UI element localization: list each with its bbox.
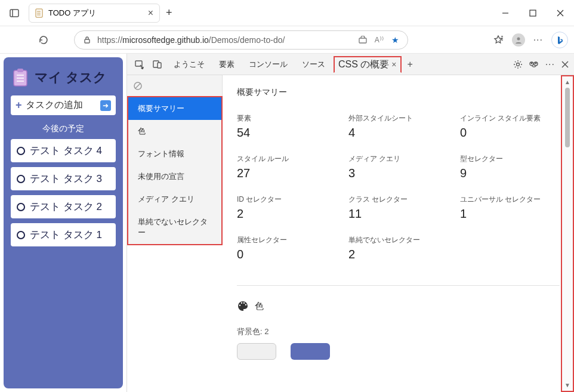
css-overview-main: 概要サマリー 要素54 外部スタイルシート4 インライン スタイル要素0 スタイ… <box>223 75 574 392</box>
devtools-panel: ようこそ 要素 コンソール ソース CSS の概要 × + ··· <box>126 54 574 392</box>
task-item[interactable]: テスト タスク 1 <box>11 223 116 246</box>
add-devtools-tab-button[interactable]: + <box>404 59 416 70</box>
svg-point-24 <box>516 63 519 66</box>
clipboard-icon <box>12 68 29 87</box>
tab-welcome[interactable]: ようこそ <box>168 57 211 72</box>
task-item[interactable]: テスト タスク 4 <box>11 139 116 162</box>
scroll-up-icon[interactable]: ▲ <box>564 79 570 85</box>
svg-rect-0 <box>10 10 18 17</box>
address-bar[interactable]: https://microsoftedge.github.io/Demos/de… <box>74 30 408 50</box>
page-icon <box>35 8 44 18</box>
nav-summary[interactable]: 概要サマリー <box>128 97 221 120</box>
svg-rect-23 <box>158 63 161 68</box>
css-overview-nav: 概要サマリー 色 フォント情報 未使用の宣言 メディア クエリ 単純でないセレク… <box>127 96 223 245</box>
stat-class-selectors: クラス セレクター11 <box>348 195 448 221</box>
close-tab-icon[interactable]: × <box>391 60 396 69</box>
svg-point-27 <box>531 63 532 64</box>
read-aloud-icon[interactable]: A)) <box>375 35 384 44</box>
color-swatch[interactable] <box>237 343 276 360</box>
colors-section: 色 背景色: 2 <box>237 285 560 360</box>
nav-nonsimple[interactable]: 単純でないセレクター <box>128 211 221 244</box>
css-overview-content: 概要サマリー 要素54 外部スタイルシート4 インライン スタイル要素0 スタイ… <box>223 75 574 392</box>
task-item[interactable]: テスト タスク 3 <box>11 167 116 190</box>
summary-heading: 概要サマリー <box>237 87 560 98</box>
tab-elements[interactable]: 要素 <box>213 57 240 72</box>
svg-point-15 <box>517 37 520 40</box>
tab-css-overview[interactable]: CSS の概要 × <box>334 56 402 73</box>
browser-tab[interactable]: TODO アプリ × <box>29 4 160 23</box>
stat-media-queries: メディア クエリ3 <box>348 154 448 180</box>
add-task-input[interactable]: + タスクの追加 ➜ <box>11 95 116 115</box>
stat-inline-style: インライン スタイル要素0 <box>460 113 560 140</box>
tab-console[interactable]: コンソール <box>243 57 294 72</box>
stat-attribute-selectors: 属性セレクター0 <box>237 235 337 261</box>
colors-heading: 色 <box>255 301 264 312</box>
task-item[interactable]: テスト タスク 2 <box>11 195 116 218</box>
minimize-button[interactable] <box>492 0 519 26</box>
favorites-icon[interactable] <box>493 35 504 45</box>
color-swatches <box>237 343 560 360</box>
svg-line-32 <box>135 84 140 88</box>
stat-universal-selectors: ユニバーサル セレクター1 <box>460 195 560 221</box>
nav-colors[interactable]: 色 <box>128 120 221 143</box>
close-tab-icon[interactable]: × <box>148 8 153 18</box>
feedback-icon[interactable] <box>529 60 539 69</box>
stat-type-selectors: 型セレクター9 <box>460 154 560 180</box>
svg-rect-17 <box>17 69 23 72</box>
svg-point-28 <box>535 63 536 64</box>
close-devtools-icon[interactable] <box>561 60 569 69</box>
summary-stats: 要素54 外部スタイルシート4 インライン スタイル要素0 スタイル ルール27… <box>237 113 560 261</box>
maximize-button[interactable] <box>519 0 547 26</box>
svg-rect-11 <box>359 38 366 43</box>
devtools-body: 概要サマリー 色 フォント情報 未使用の宣言 メディア クエリ 単純でないセレク… <box>127 75 574 392</box>
devtools-sidebar-wrap: 概要サマリー 色 フォント情報 未使用の宣言 メディア クエリ 単純でないセレク… <box>127 75 223 392</box>
favorite-star-icon[interactable]: ★ <box>391 35 399 45</box>
new-tab-button[interactable]: + <box>166 7 172 19</box>
background-colors-label: 背景色: 2 <box>237 326 560 337</box>
add-task-label: タスクの追加 <box>26 99 83 112</box>
window-titlebar: TODO アプリ × + <box>0 0 574 26</box>
svg-rect-7 <box>530 10 536 16</box>
scroll-down-icon[interactable]: ▼ <box>564 382 570 388</box>
nav-media[interactable]: メディア クエリ <box>128 188 221 211</box>
window-controls <box>492 0 574 26</box>
stat-nonsimple-selectors: 単純でないセレクター2 <box>348 235 448 261</box>
more-icon[interactable]: ··· <box>533 35 543 45</box>
tab-actions-icon[interactable] <box>0 8 29 18</box>
stat-elements: 要素54 <box>237 113 337 140</box>
tab-sources[interactable]: ソース <box>296 57 331 72</box>
profile-avatar-icon[interactable] <box>512 33 525 47</box>
settings-gear-icon[interactable] <box>513 60 523 69</box>
plus-icon: + <box>16 99 22 112</box>
devtools-more-icon[interactable]: ··· <box>545 59 555 70</box>
task-checkbox[interactable] <box>17 203 25 211</box>
stat-id-selectors: ID セレクター2 <box>237 195 337 221</box>
nav-font[interactable]: フォント情報 <box>128 143 221 165</box>
submit-task-button[interactable]: ➜ <box>100 100 111 111</box>
stat-style-rules: スタイル ルール27 <box>237 154 337 180</box>
shopping-icon[interactable] <box>358 36 368 44</box>
stat-external-stylesheets: 外部スタイルシート4 <box>348 113 448 140</box>
inspect-icon[interactable] <box>132 57 147 72</box>
upcoming-heading: 今後の予定 <box>11 124 116 134</box>
color-swatch[interactable] <box>291 343 330 360</box>
svg-rect-10 <box>85 39 90 43</box>
clear-overview-icon[interactable] <box>127 75 223 97</box>
url-text: https://microsoftedge.github.io/Demos/de… <box>97 35 285 45</box>
lock-icon <box>83 36 91 44</box>
task-checkbox[interactable] <box>17 175 25 183</box>
task-checkbox[interactable] <box>17 231 25 239</box>
nav-unused[interactable]: 未使用の宣言 <box>128 165 221 188</box>
close-window-button[interactable] <box>547 0 574 26</box>
refresh-button[interactable] <box>35 35 53 45</box>
scroll-thumb[interactable] <box>565 88 570 147</box>
bing-sidebar-icon[interactable] <box>551 32 568 48</box>
palette-icon <box>237 300 249 312</box>
device-toggle-icon[interactable] <box>150 57 165 72</box>
toolbar-row: https://microsoftedge.github.io/Demos/de… <box>0 26 574 54</box>
page-title: マイ タスク <box>35 69 107 87</box>
scrollbar[interactable]: ▲ ▼ <box>561 75 574 392</box>
task-checkbox[interactable] <box>17 147 25 155</box>
todo-app: マイ タスク + タスクの追加 ➜ 今後の予定 テスト タスク 4 テスト タス… <box>4 57 123 388</box>
devtools-tabbar: ようこそ 要素 コンソール ソース CSS の概要 × + ··· <box>127 54 574 75</box>
